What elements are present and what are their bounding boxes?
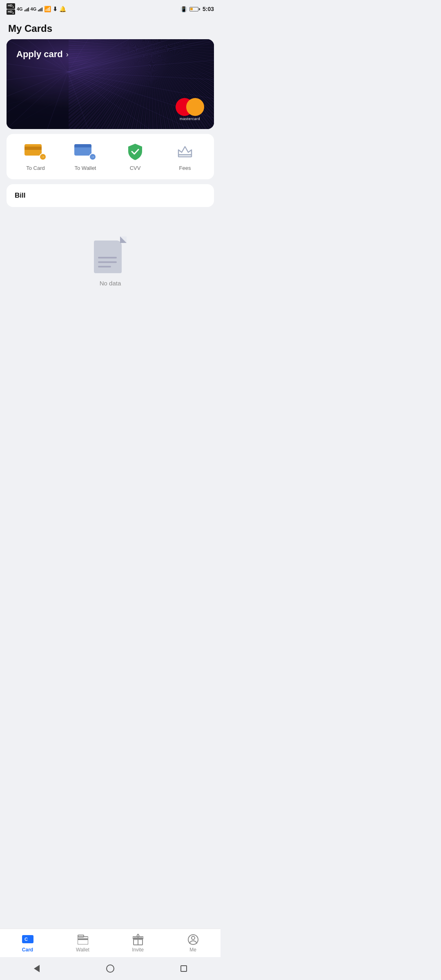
fees-label: Fees (179, 165, 191, 171)
action-fees[interactable]: Fees (169, 142, 201, 171)
action-to-wallet[interactable]: To Wallet (69, 142, 102, 171)
status-left-icons: HD1 HD2 4G 4G 📶 ⬇ 🔔 (7, 3, 66, 15)
page-title: My Cards (0, 16, 220, 39)
to-card-icon (24, 144, 47, 159)
action-panel: To Card To Wallet CVV (7, 134, 214, 179)
fees-icon-wrapper (174, 142, 196, 161)
doc-line-3 (98, 266, 111, 267)
hd1-badge: HD1 (7, 3, 15, 9)
to-wallet-arrow (89, 153, 96, 160)
to-wallet-label: To Wallet (75, 165, 96, 171)
no-data-text: No data (100, 280, 121, 287)
action-to-card[interactable]: To Card (19, 142, 52, 171)
notification-icon: 🔔 (59, 6, 66, 12)
vibrate-icon: 📳 (180, 6, 187, 12)
to-wallet-icon (74, 144, 96, 159)
mc-orange-circle (186, 98, 204, 116)
mastercard-logo: mastercard (176, 98, 204, 121)
to-card-label: To Card (26, 165, 45, 171)
status-bar: HD1 HD2 4G 4G 📶 ⬇ 🔔 📳 5:03 (0, 0, 220, 16)
apply-card-label: Apply card (16, 49, 63, 60)
doc-line-1 (98, 257, 117, 258)
no-data-area: No data (0, 212, 220, 319)
doc-lines (98, 257, 117, 267)
to-card-icon-wrapper (24, 142, 47, 161)
cvv-icon (126, 143, 144, 160)
card-body-yellow (24, 144, 42, 156)
network-4g-1: 4G (17, 7, 23, 11)
bill-section: Bill (7, 184, 214, 207)
doc-line-2 (98, 261, 117, 263)
status-right-icons: 📳 5:03 (180, 6, 214, 12)
signal-bars-1 (24, 7, 29, 11)
bill-title: Bill (15, 192, 25, 199)
svg-rect-33 (178, 155, 192, 157)
signal-bars-2 (38, 7, 42, 11)
hd2-badge: HD2 (7, 9, 15, 15)
mastercard-label: mastercard (180, 117, 200, 121)
apply-card-button[interactable]: Apply card › (16, 49, 69, 60)
to-wallet-icon-wrapper (74, 142, 96, 161)
cvv-label: CVV (130, 165, 141, 171)
clock: 5:03 (203, 6, 214, 12)
mastercard-circles (176, 98, 204, 116)
no-data-icon (94, 236, 127, 273)
download-icon: ⬇ (53, 6, 58, 12)
cvv-icon-wrapper (124, 142, 146, 161)
apply-card-chevron: › (66, 50, 69, 59)
wallet-stripe-blue (74, 144, 91, 147)
action-cvv[interactable]: CVV (119, 142, 151, 171)
battery-icon (189, 7, 200, 11)
fees-icon (176, 143, 194, 160)
card-banner[interactable]: Apply card › mastercard (7, 39, 214, 129)
wifi-icon: 📶 (44, 6, 51, 12)
network-4g-2: 4G (31, 7, 37, 11)
card-stripe-yellow (24, 147, 42, 150)
to-card-arrow (39, 153, 47, 160)
